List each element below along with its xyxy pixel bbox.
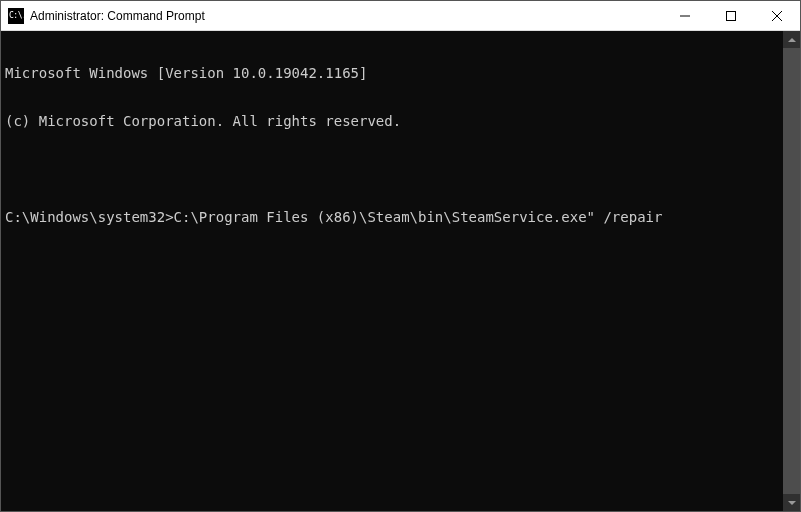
chevron-down-icon — [788, 501, 796, 505]
minimize-icon — [680, 11, 690, 21]
minimize-button[interactable] — [662, 1, 708, 30]
vertical-scrollbar[interactable] — [783, 31, 800, 511]
blank-line — [5, 161, 779, 177]
cmd-icon: C:\. — [8, 8, 24, 24]
terminal-area: Microsoft Windows [Version 10.0.19042.11… — [1, 31, 800, 511]
copyright-line: (c) Microsoft Corporation. All rights re… — [5, 113, 779, 129]
svg-rect-1 — [727, 11, 736, 20]
close-button[interactable] — [754, 1, 800, 30]
cmd-icon-text: C:\. — [8, 12, 26, 20]
version-line: Microsoft Windows [Version 10.0.19042.11… — [5, 65, 779, 81]
terminal[interactable]: Microsoft Windows [Version 10.0.19042.11… — [1, 31, 783, 511]
close-icon — [772, 11, 782, 21]
window-titlebar: C:\. Administrator: Command Prompt — [1, 1, 800, 31]
window-controls — [662, 1, 800, 30]
chevron-up-icon — [788, 38, 796, 42]
maximize-icon — [726, 11, 736, 21]
scroll-down-button[interactable] — [783, 494, 800, 511]
window-title: Administrator: Command Prompt — [30, 9, 662, 23]
maximize-button[interactable] — [708, 1, 754, 30]
scroll-thumb[interactable] — [783, 48, 800, 494]
prompt: C:\Windows\system32> — [5, 209, 174, 225]
scroll-up-button[interactable] — [783, 31, 800, 48]
command-text: C:\Program Files (x86)\Steam\bin\SteamSe… — [174, 209, 663, 225]
scroll-track[interactable] — [783, 48, 800, 494]
prompt-line: C:\Windows\system32>C:\Program Files (x8… — [5, 209, 779, 225]
